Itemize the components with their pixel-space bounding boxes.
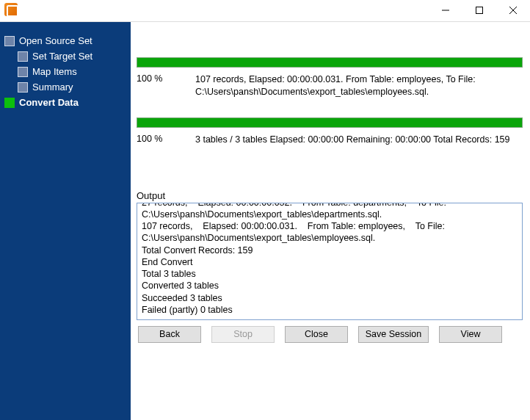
step-box-icon [4, 98, 15, 108]
sidebar-item-label: Map Items [32, 66, 77, 77]
title-bar [0, 0, 530, 22]
step-box-icon [18, 67, 28, 77]
window-controls [429, 0, 530, 21]
sidebar-item-summary[interactable]: Summary [18, 82, 126, 93]
svg-rect-1 [476, 7, 483, 14]
sidebar-item-label: Summary [32, 82, 73, 93]
sidebar-item-label: Open Source Set [19, 35, 92, 46]
overall-progress-details: 3 tables / 3 tables Elapsed: 00:00:00 Re… [195, 134, 523, 146]
current-progress-percent: 100 % [137, 73, 181, 98]
main-panel: 100 % 107 records, Elapsed: 00:00:00.031… [131, 22, 530, 420]
sidebar-item-map-items[interactable]: Map Items [18, 66, 126, 77]
sidebar-item-label: Convert Data [19, 97, 79, 108]
view-button[interactable]: View [439, 326, 502, 343]
sidebar-item-label: Set Target Set [32, 51, 92, 62]
overall-progress-block: 100 % 3 tables / 3 tables Elapsed: 00:00… [137, 117, 523, 146]
overall-progress-text: 100 % 3 tables / 3 tables Elapsed: 00:00… [137, 134, 523, 146]
step-box-icon [18, 82, 28, 93]
overall-progress-percent: 100 % [137, 134, 181, 146]
wizard-sidebar: Open Source Set Set Target Set Map Items… [0, 22, 131, 420]
step-box-icon [18, 51, 28, 62]
current-progress-details: 107 records, Elapsed: 00:00:00.031. From… [195, 73, 523, 98]
button-row: Back Stop Close Save Session View [137, 320, 523, 346]
maximize-button[interactable] [462, 0, 496, 21]
sidebar-item-set-target-set[interactable]: Set Target Set [18, 51, 126, 62]
sidebar-item-open-source-set[interactable]: Open Source Set [4, 35, 126, 46]
close-button[interactable]: Close [285, 326, 348, 343]
app-icon [4, 3, 18, 16]
minimize-button[interactable] [429, 0, 462, 21]
current-progress-block: 100 % 107 records, Elapsed: 00:00:00.031… [137, 57, 523, 98]
back-button[interactable]: Back [138, 326, 201, 343]
output-label: Output [137, 190, 523, 201]
sidebar-item-convert-data[interactable]: Convert Data [4, 97, 126, 108]
app-body: Open Source Set Set Target Set Map Items… [0, 22, 530, 420]
close-window-button[interactable] [496, 0, 530, 21]
current-progress-text: 100 % 107 records, Elapsed: 00:00:00.031… [137, 73, 523, 98]
output-log[interactable]: 27 records, Elapsed: 00:00:00.032. From … [137, 203, 523, 320]
save-session-button[interactable]: Save Session [358, 326, 429, 343]
step-box-icon [4, 36, 15, 46]
current-progress-bar [137, 57, 523, 68]
stop-button: Stop [211, 326, 275, 343]
overall-progress-bar [137, 117, 523, 128]
